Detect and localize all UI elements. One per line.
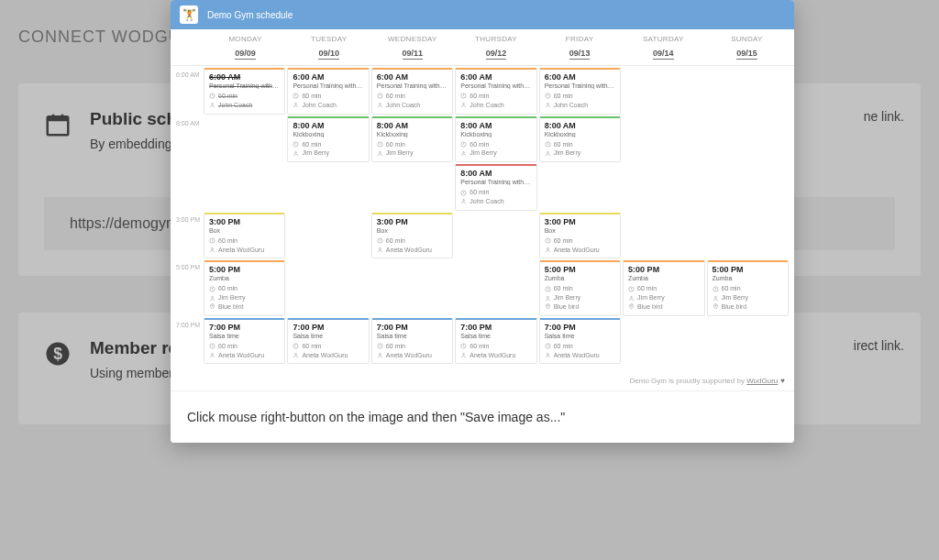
clock-icon <box>545 237 551 244</box>
class-card[interactable]: 6:00 AMPersonal Training with John60 min… <box>539 68 621 115</box>
class-card[interactable]: 3:00 PMBox60 minAneta WodGuru <box>539 213 621 259</box>
clock-icon <box>460 141 467 148</box>
class-duration: 60 min <box>713 284 783 293</box>
day-header[interactable]: MONDAY09/09 <box>204 35 287 60</box>
day-name: THURSDAY <box>454 35 537 43</box>
slot: 8:00 AMKickboxing60 minJim Berry <box>287 116 369 211</box>
svg-point-51 <box>463 353 465 355</box>
svg-point-43 <box>714 305 715 306</box>
class-instructor: Jim Berry <box>209 293 280 302</box>
class-instructor: Aneta WodGuru <box>209 351 280 360</box>
clock-icon <box>545 93 551 99</box>
person-icon <box>293 352 299 358</box>
footer-link[interactable]: WodGuru <box>746 377 778 385</box>
class-card[interactable]: 7:00 PMSalsa time60 minAneta WodGuru <box>455 318 536 365</box>
person-icon <box>377 102 383 108</box>
svg-point-9 <box>295 104 297 105</box>
class-card[interactable]: 7:00 PMSalsa time60 minAneta WodGuru <box>204 318 285 365</box>
person-icon <box>460 150 467 157</box>
clock-icon <box>545 343 551 349</box>
day-name: MONDAY <box>204 35 287 43</box>
class-card[interactable]: 7:00 PMSalsa time60 minAneta WodGuru <box>287 318 369 365</box>
svg-point-11 <box>379 104 381 105</box>
svg-point-40 <box>631 305 632 306</box>
slot <box>623 318 704 365</box>
slot: 6:00 AMPersonal Training with John60 min… <box>371 68 453 115</box>
day-header[interactable]: SATURDAY09/14 <box>622 35 705 60</box>
slot <box>371 260 453 315</box>
class-title: Personal Training with John <box>460 82 531 89</box>
class-instructor: Jim Berry <box>545 148 615 158</box>
class-time: 7:00 PM <box>377 323 447 332</box>
class-time: 8:00 AM <box>377 121 447 130</box>
class-card[interactable]: 6:00 AMPersonal Training with John60 min… <box>287 68 369 115</box>
day-header[interactable]: TUESDAY09/10 <box>287 35 370 60</box>
person-icon <box>293 102 299 108</box>
class-card[interactable]: 8:00 AMKickboxing60 minJim Berry <box>539 116 621 163</box>
footer-text: Demo Gym is proudly supported by <box>630 377 747 385</box>
class-duration: 60 min <box>209 342 280 351</box>
clock-icon <box>628 286 635 292</box>
class-duration: 60 min <box>460 92 531 101</box>
class-title: Zumba <box>209 275 280 281</box>
class-instructor: Aneta WodGuru <box>545 351 615 360</box>
slot <box>455 213 536 259</box>
class-location: Blue bird <box>628 302 699 312</box>
time-label: 7:00 PM <box>176 318 204 365</box>
day-date: 09/10 <box>318 49 339 60</box>
class-card[interactable]: 6:00 AMPersonal Training with John60 min… <box>371 68 453 115</box>
class-card[interactable]: 8:00 AMKickboxing60 minJim Berry <box>287 116 369 163</box>
class-card[interactable]: 3:00 PMBox60 minAneta WodGuru <box>204 213 285 259</box>
class-card[interactable]: 5:00 PMZumba60 minJim BerryBlue bird <box>707 260 789 315</box>
class-card[interactable]: 3:00 PMBox60 minAneta WodGuru <box>371 213 453 259</box>
time-label: 6:00 AM <box>176 68 204 115</box>
class-duration: 60 min <box>377 342 447 351</box>
day-name: SUNDAY <box>705 35 789 43</box>
person-icon <box>545 295 551 302</box>
slot <box>707 68 789 115</box>
slot: 6:00 AMPersonal Training with John60 min… <box>539 68 621 115</box>
class-location: Blue bird <box>209 302 280 312</box>
app-logo-icon: 🏋️ <box>180 5 198 24</box>
slot: 5:00 PMZumba60 minJim BerryBlue bird <box>539 260 621 315</box>
class-duration: 60 min <box>293 140 363 149</box>
svg-point-31 <box>547 247 548 249</box>
pin-icon <box>209 303 215 310</box>
class-card[interactable]: 5:00 PMZumba60 minJim BerryBlue bird <box>204 260 285 315</box>
class-card[interactable]: 7:00 PMSalsa time60 minAneta WodGuru <box>539 318 621 365</box>
class-instructor: Jim Berry <box>377 148 447 158</box>
svg-point-45 <box>212 353 214 355</box>
class-instructor: Aneta WodGuru <box>545 246 615 255</box>
clock-icon <box>545 286 551 292</box>
day-header[interactable]: SUNDAY09/15 <box>705 35 789 60</box>
day-header[interactable]: FRIDAY09/13 <box>538 35 622 60</box>
class-duration: 60 min <box>209 236 280 246</box>
class-time: 6:00 AM <box>545 72 615 82</box>
pin-icon <box>713 303 719 310</box>
class-title: Salsa time <box>293 333 363 339</box>
class-card[interactable]: 6:00 AMPersonal Training with John60 min… <box>204 68 285 115</box>
class-time: 6:00 AM <box>209 72 280 82</box>
svg-point-34 <box>212 305 213 306</box>
class-card[interactable]: 6:00 AMPersonal Training with John60 min… <box>455 68 536 115</box>
svg-point-29 <box>379 247 381 249</box>
slot: 6:00 AMPersonal Training with John60 min… <box>204 68 285 115</box>
class-title: Personal Training with John <box>209 82 280 89</box>
class-time: 8:00 AM <box>293 121 363 130</box>
class-card[interactable]: 5:00 PMZumba60 minJim BerryBlue bird <box>539 260 621 315</box>
class-time: 8:00 AM <box>460 169 531 178</box>
class-time: 7:00 PM <box>209 323 280 332</box>
time-row: 3:00 PM3:00 PMBox60 minAneta WodGuru3:00… <box>176 213 789 259</box>
class-card[interactable]: 5:00 PMZumba60 minJim BerryBlue bird <box>623 260 704 315</box>
class-card[interactable]: 8:00 AMKickboxing60 minJim Berry <box>371 116 453 163</box>
clock-icon <box>460 343 467 349</box>
class-title: Zumba <box>628 275 699 281</box>
svg-point-17 <box>295 151 297 153</box>
day-header[interactable]: WEDNESDAY09/11 <box>370 35 454 60</box>
day-date: 09/15 <box>736 49 757 60</box>
class-duration: 60 min <box>628 284 699 293</box>
class-card[interactable]: 8:00 AMPersonal Training with John60 min… <box>455 164 536 211</box>
class-card[interactable]: 7:00 PMSalsa time60 minAneta WodGuru <box>371 318 453 365</box>
day-header[interactable]: THURSDAY09/12 <box>454 35 537 60</box>
class-card[interactable]: 8:00 AMKickboxing60 minJim Berry <box>455 116 536 163</box>
